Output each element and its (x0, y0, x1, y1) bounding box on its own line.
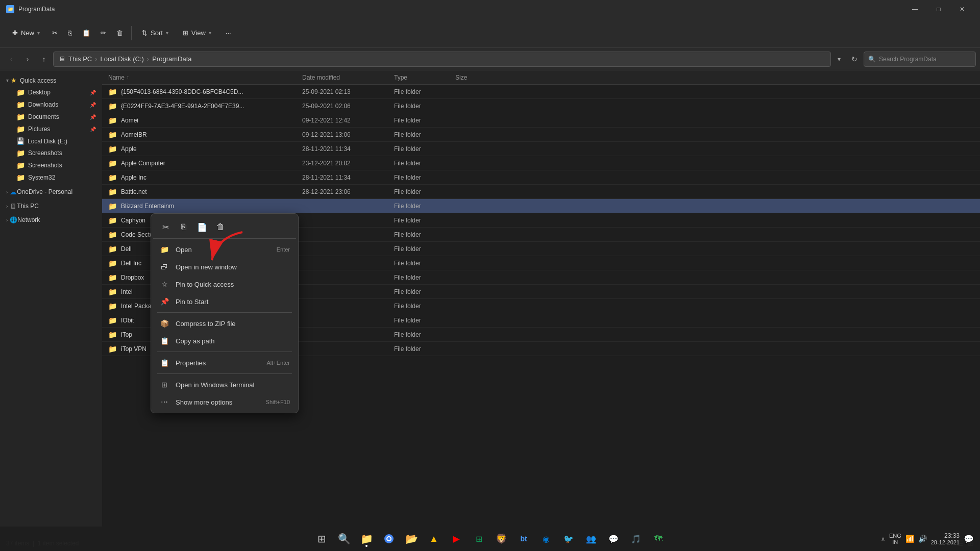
sidebar-item-system32[interactable]: 📁 System32 (2, 171, 100, 184)
taskbar-search-button[interactable]: 🔍 (334, 529, 354, 549)
ctx-show-more[interactable]: ⋯ Show more options Shift+F10 (153, 393, 296, 411)
more-button[interactable]: ··· (219, 26, 237, 40)
file-type: File folder (394, 145, 455, 153)
forward-button[interactable]: › (20, 52, 35, 66)
sidebar-thispc-header[interactable]: › 🖥 This PC (2, 200, 100, 212)
column-header-date[interactable]: Date modified (302, 74, 394, 81)
folder-icon: 📁 (108, 202, 117, 210)
paste-toolbar-button[interactable]: 📋 (78, 26, 94, 40)
new-button[interactable]: ✚ New ▾ (6, 26, 46, 40)
ctx-cut-button[interactable]: ✂ (157, 219, 174, 235)
sidebar-item-documents[interactable]: 📁 Documents 📌 (2, 111, 100, 123)
ctx-open[interactable]: 📁 Open Enter (153, 241, 296, 258)
taskbar-drive-button[interactable]: ▲ (424, 529, 444, 549)
sidebar-item-desktop[interactable]: 📁 Desktop 📌 (2, 86, 100, 98)
view-icon: ⊞ (183, 29, 188, 37)
file-name: Intel (121, 288, 133, 295)
table-row[interactable]: 📁 Apple Inc 28-11-2021 11:34 File folder (102, 170, 980, 185)
address-path[interactable]: 🖥 This PC › Local Disk (C:) › ProgramDat… (53, 52, 831, 67)
notification-button[interactable]: 💬 (964, 534, 974, 544)
pin-icon: 📌 (90, 102, 96, 108)
search-box[interactable]: 🔍 Search ProgramData (864, 52, 976, 67)
taskbar-whatsapp-button[interactable]: 💬 (603, 529, 624, 549)
folder-icon: 📁 (108, 288, 117, 296)
sort-button[interactable]: ⇅ Sort ▾ (136, 26, 175, 40)
system-tray-expand[interactable]: ∧ (881, 536, 885, 542)
table-row[interactable]: 📁 Battle.net 28-12-2021 23:06 File folde… (102, 185, 980, 199)
ctx-compress-zip[interactable]: 📦 Compress to ZIP file (153, 315, 296, 332)
window-title: ProgramData (18, 6, 55, 13)
ctx-pin-quick-access[interactable]: ☆ Pin to Quick access (153, 276, 296, 293)
table-row[interactable]: 📁 Aomei 09-12-2021 12:42 File folder (102, 113, 980, 128)
ctx-copy-button[interactable]: ⎘ (176, 219, 192, 235)
sidebar-item-screenshots2[interactable]: 📁 Screenshots (2, 159, 100, 171)
sidebar-network-header[interactable]: › 🌐 Network (2, 214, 100, 226)
clock-date: 28-12-2021 (931, 539, 960, 545)
column-header-type[interactable]: Type (394, 74, 455, 81)
file-name: Apple Computer (121, 160, 165, 167)
sidebar-item-screenshots1[interactable]: 📁 Screenshots (2, 147, 100, 159)
taskbar-youtube-button[interactable]: ▶ (446, 529, 467, 549)
taskbar-files-button[interactable]: 📂 (401, 529, 422, 549)
more-icon: ··· (226, 29, 231, 37)
taskbar-podcast-button[interactable]: 🎵 (626, 529, 646, 549)
sidebar-item-label: Screenshots (28, 149, 62, 157)
address-dropdown-button[interactable]: ▾ (833, 52, 845, 66)
close-button[interactable]: ✕ (950, 0, 974, 18)
taskbar-twitter-button[interactable]: 🐦 (558, 529, 579, 549)
taskbar-sheets-button[interactable]: ⊞ (469, 529, 489, 549)
sidebar-quickaccess-label: Quick access (20, 77, 56, 84)
taskbar-bt-button[interactable]: bt (513, 529, 534, 549)
ctx-paste-button[interactable]: 📄 (194, 219, 210, 235)
sidebar-quickaccess-header[interactable]: ▾ ★ Quick access (2, 74, 100, 86)
ctx-pin-start[interactable]: 📌 Pin to Start (153, 293, 296, 310)
ctx-delete-button[interactable]: 🗑 (212, 219, 229, 235)
path-home-icon: 🖥 (59, 55, 65, 63)
sidebar-item-label: Documents (28, 113, 59, 120)
ctx-open-new-window[interactable]: 🗗 Open in new window (153, 258, 296, 276)
sidebar: ▾ ★ Quick access 📁 Desktop 📌 📁 Downloads… (0, 70, 102, 535)
folder-icon: 📁 (108, 316, 117, 324)
sidebar-item-pictures[interactable]: 📁 Pictures 📌 (2, 123, 100, 135)
taskbar-center: ⊞ 🔍 📁 📂 ▲ ▶ ⊞ 🦁 bt ◉ (311, 529, 669, 549)
up-button[interactable]: ↑ (37, 52, 51, 66)
sidebar-item-label: Desktop (28, 89, 51, 96)
ctx-properties[interactable]: 📋 Properties Alt+Enter (153, 354, 296, 371)
taskbar-maps-button[interactable]: 🗺 (648, 529, 669, 549)
taskbar-chrome-button[interactable] (379, 529, 399, 549)
taskbar-brave-button[interactable]: 🦁 (491, 529, 511, 549)
column-header-size[interactable]: Size (455, 74, 496, 81)
back-button[interactable]: ‹ (4, 52, 18, 66)
table-row[interactable]: 📁 AomeiBR 09-12-2021 13:06 File folder (102, 128, 980, 142)
rename-toolbar-button[interactable]: ✏ (96, 26, 110, 40)
sidebar-onedrive-header[interactable]: › ☁ OneDrive - Personal (2, 186, 100, 198)
maximize-button[interactable]: □ (927, 0, 950, 18)
taskbar-outlook-button[interactable]: ◉ (536, 529, 556, 549)
delete-toolbar-button[interactable]: 🗑 (112, 26, 127, 40)
toolbar: ✚ New ▾ ✂ ⎘ 📋 ✏ 🗑 ⇅ Sort ▾ ⊞ View ▾ ··· (0, 18, 980, 48)
view-button[interactable]: ⊞ View ▾ (177, 26, 217, 40)
file-name: Battle.net (121, 188, 147, 195)
table-row[interactable]: 📁 Apple Computer 23-12-2021 20:02 File f… (102, 156, 980, 170)
cut-toolbar-button[interactable]: ✂ (48, 26, 62, 40)
taskbar-fileexplorer-button[interactable]: 📁 (356, 529, 377, 549)
taskbar-teams-button[interactable]: 👥 (581, 529, 601, 549)
table-row[interactable]: 📁 Apple 28-11-2021 11:34 File folder (102, 142, 980, 156)
file-type: File folder (394, 160, 455, 167)
column-header-name[interactable]: Name ↑ (108, 74, 302, 81)
sidebar-item-downloads[interactable]: 📁 Downloads 📌 (2, 98, 100, 111)
copy-toolbar-button[interactable]: ⎘ (64, 26, 76, 40)
table-row[interactable]: 📁 Blizzard Entertainm File folder (102, 199, 980, 213)
minimize-button[interactable]: — (903, 0, 927, 18)
taskbar-start-button[interactable]: ⊞ (311, 529, 332, 549)
file-date: 23-12-2021 20:02 (302, 160, 394, 167)
ctx-copy-path[interactable]: 📋 Copy as path (153, 332, 296, 349)
refresh-button[interactable]: ↻ (847, 52, 862, 66)
table-row[interactable]: 📁 {E0224FF9-7AE3-4F9E-991A-2F004F7E39...… (102, 99, 980, 113)
table-row[interactable]: 📁 {150F4013-6884-4350-8DDC-6BFCB4C5D... … (102, 85, 980, 99)
file-name: Caphyon (121, 217, 145, 224)
sidebar-item-localdiske[interactable]: 💾 Local Disk (E:) (2, 135, 100, 147)
chevron-down-icon: ▾ (6, 78, 9, 83)
ctx-open-terminal[interactable]: ⊞ Open in Windows Terminal (153, 376, 296, 393)
context-separator-3 (157, 373, 292, 374)
